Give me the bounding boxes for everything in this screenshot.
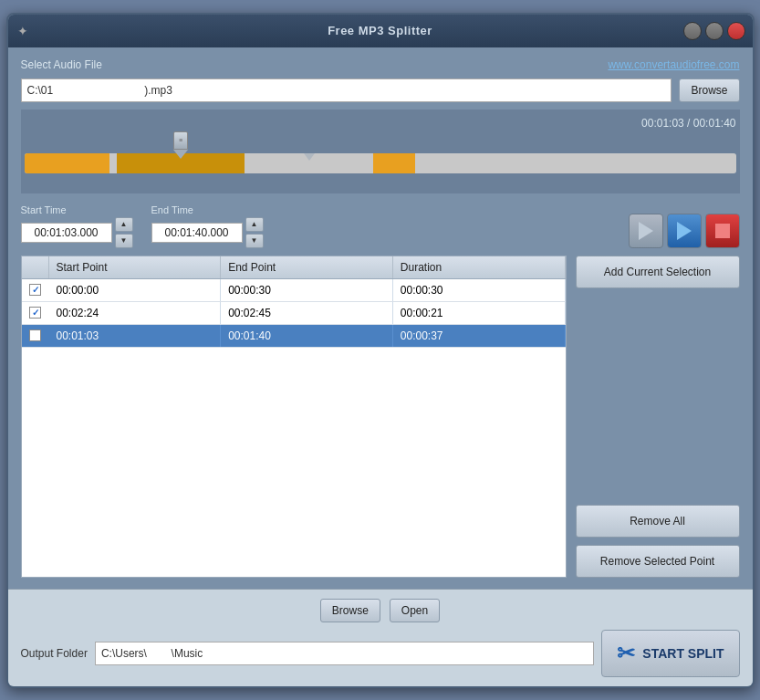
playback-buttons [629,214,740,248]
table-row[interactable]: 00:01:03 00:01:40 00:00:37 [22,325,566,348]
start-time-down[interactable]: ▼ [115,234,133,248]
window-title: Free MP3 Splitter [328,24,432,37]
slider-handle-main[interactable]: ≡ [173,131,188,159]
end-time-label: End Time [151,204,264,215]
end-time-control: End Time 00:01:40.000 ▲ ▼ [151,204,264,248]
play-selection-icon [677,222,692,240]
table-row[interactable]: 00:00:00 00:00:30 00:00:30 [22,279,566,302]
file-row: Browse [21,78,740,102]
end-time-down[interactable]: ▼ [245,234,264,248]
stop-button[interactable] [705,214,740,248]
maximize-button[interactable] [705,22,724,40]
row1-checkbox[interactable] [29,284,41,296]
main-content: Select Audio File www.convertaudiofree.c… [8,47,753,589]
start-time-control: Start Time 00:01:03.000 ▲ ▼ [21,204,133,248]
row1-start: 00:00:00 [49,279,222,301]
remove-all-button[interactable]: Remove All [576,505,740,538]
row2-checkbox[interactable] [29,307,41,319]
split-points-table: Start Point End Point Duration 00:00:00 … [21,256,567,578]
row2-duration: 00:00:21 [393,302,566,324]
start-split-label: START SPLIT [642,646,724,661]
minimize-button[interactable] [683,22,702,40]
start-time-inner: 00:01:03.000 ▲ ▼ [21,217,133,248]
slider-handle-end[interactable] [304,153,315,161]
output-row: Output Folder ✂ START SPLIT [21,630,740,677]
end-time-up[interactable]: ▲ [245,217,264,232]
main-area: Start Point End Point Duration 00:00:00 … [21,256,740,578]
timeline-segment-3 [373,153,416,173]
row3-end: 00:01:40 [221,325,393,347]
select-audio-label: Select Audio File [21,58,102,71]
table-row[interactable]: 00:02:24 00:02:45 00:00:21 [22,302,566,325]
add-selection-button[interactable]: Add Current Selection [576,256,740,288]
output-folder-label: Output Folder [21,647,88,660]
slider-top: ≡ [173,131,188,150]
row3-duration: 00:00:37 [393,325,566,347]
start-time-value[interactable]: 00:01:03.000 [21,223,112,243]
start-time-spinners: ▲ ▼ [115,217,133,248]
row1-end: 00:00:30 [221,279,393,301]
output-browse-button[interactable]: Browse [320,599,380,622]
remove-selected-button[interactable]: Remove Selected Point [576,545,740,578]
row2-start: 00:02:24 [49,302,222,324]
slider-arrow-small [304,153,315,161]
side-buttons: Add Current Selection Remove All Remove … [576,256,740,578]
output-open-button[interactable]: Open [390,599,440,622]
end-time-inner: 00:01:40.000 ▲ ▼ [151,217,264,248]
bottom-bar: Browse Open Output Folder ✂ START SPLIT [8,589,753,686]
main-window: ✦ Free MP3 Splitter Select Audio File ww… [6,13,755,688]
controls-row: Start Time 00:01:03.000 ▲ ▼ End Time 00:… [21,204,740,248]
row3-checkbox-cell [22,325,49,347]
play-button[interactable] [629,214,663,248]
timeline-segment-1 [25,153,110,173]
table-body: 00:00:00 00:00:30 00:00:30 00:02:24 00:0… [22,279,566,348]
th-checkbox [22,256,49,278]
play-selection-button[interactable] [667,214,702,248]
slider-arrow-down [173,150,188,159]
window-controls [683,22,745,40]
bottom-browse-row: Browse Open [21,599,740,622]
th-duration: Duration [393,256,566,278]
play-icon [639,222,653,240]
timeline-container[interactable]: ≡ [25,135,736,190]
table-header: Start Point End Point Duration [22,256,566,279]
row1-checkbox-cell [22,279,49,301]
th-start-point: Start Point [49,256,222,278]
row2-checkbox-cell [22,302,49,324]
time-display: 00:01:03 / 00:01:40 [21,117,740,130]
website-link[interactable]: www.convertaudiofree.com [608,58,739,71]
end-time-value[interactable]: 00:01:40.000 [151,223,243,243]
start-time-up[interactable]: ▲ [115,217,133,232]
scissors-icon: ✂ [617,641,635,666]
close-button[interactable] [727,22,745,40]
output-folder-input[interactable] [95,642,594,665]
timeline-section: 00:01:03 / 00:01:40 ≡ [21,110,740,193]
th-end-point: End Point [221,256,393,278]
browse-file-button[interactable]: Browse [679,78,739,102]
start-split-button[interactable]: ✂ START SPLIT [601,630,739,677]
stop-icon [715,224,730,238]
row2-end: 00:02:45 [221,302,393,324]
row3-checkbox[interactable] [29,329,41,341]
start-time-label: Start Time [21,204,133,215]
end-time-spinners: ▲ ▼ [245,217,264,248]
file-path-input[interactable] [21,78,672,102]
title-bar: ✦ Free MP3 Splitter [8,15,753,47]
row3-start: 00:01:03 [49,325,222,347]
timeline-track[interactable] [25,153,736,173]
row1-duration: 00:00:30 [393,279,566,301]
app-icon: ✦ [17,24,28,38]
top-row: Select Audio File www.convertaudiofree.c… [21,58,740,71]
